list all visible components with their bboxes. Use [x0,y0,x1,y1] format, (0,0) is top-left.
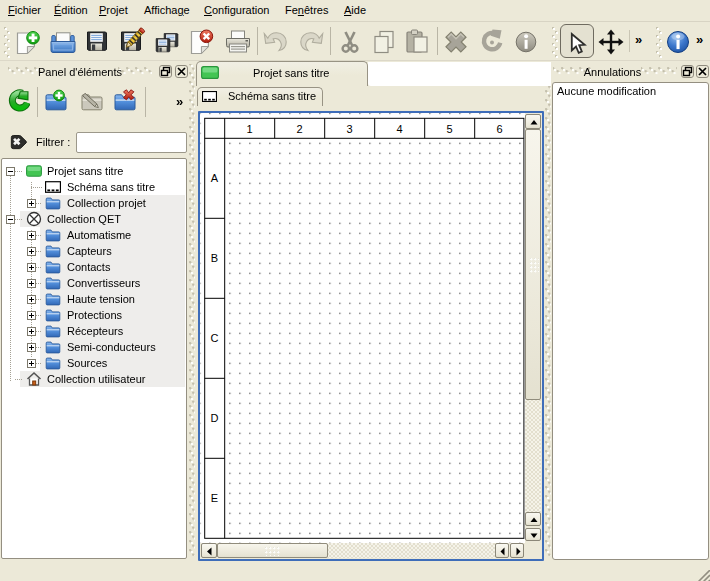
svg-text:2: 2 [296,123,302,135]
svg-text:1: 1 [246,123,252,135]
svg-text:A: A [210,172,218,184]
svg-text:C: C [210,332,218,344]
svg-text:6: 6 [496,123,502,135]
svg-text:4: 4 [396,123,402,135]
svg-text:B: B [210,252,217,264]
svg-text:3: 3 [346,123,352,135]
svg-text:E: E [210,492,217,504]
svg-text:D: D [210,412,218,424]
svg-text:5: 5 [446,123,452,135]
